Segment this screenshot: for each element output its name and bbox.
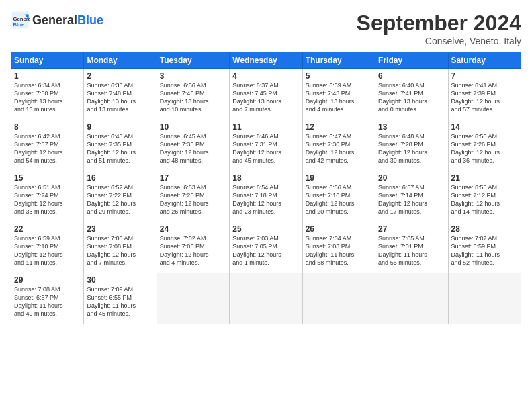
col-thursday: Thursday bbox=[302, 52, 375, 69]
day-info: Sunrise: 6:48 AM Sunset: 7:28 PM Dayligh… bbox=[378, 132, 445, 165]
day-number: 22 bbox=[14, 224, 81, 234]
day-number: 11 bbox=[232, 122, 299, 132]
table-row: 28Sunrise: 7:07 AM Sunset: 6:59 PM Dayli… bbox=[448, 222, 521, 273]
day-number: 3 bbox=[160, 71, 226, 81]
title-block: September 2024 Conselve, Veneto, Italy bbox=[357, 11, 521, 46]
day-number: 25 bbox=[232, 224, 299, 234]
day-info: Sunrise: 6:52 AM Sunset: 7:22 PM Dayligh… bbox=[87, 183, 153, 216]
day-number: 8 bbox=[14, 122, 81, 132]
day-number: 27 bbox=[378, 224, 445, 234]
table-row: 26Sunrise: 7:04 AM Sunset: 7:03 PM Dayli… bbox=[302, 222, 375, 273]
day-info: Sunrise: 6:40 AM Sunset: 7:41 PM Dayligh… bbox=[378, 81, 445, 114]
day-number: 15 bbox=[14, 173, 81, 183]
day-number: 14 bbox=[451, 122, 518, 132]
day-number: 21 bbox=[451, 173, 518, 183]
table-row bbox=[157, 273, 229, 324]
table-row: 30Sunrise: 7:09 AM Sunset: 6:55 PM Dayli… bbox=[84, 273, 157, 324]
col-sunday: Sunday bbox=[11, 52, 84, 69]
day-number: 26 bbox=[306, 224, 372, 234]
calendar-week-row: 1Sunrise: 6:34 AM Sunset: 7:50 PM Daylig… bbox=[11, 69, 521, 120]
table-row bbox=[302, 273, 375, 324]
table-row: 15Sunrise: 6:51 AM Sunset: 7:24 PM Dayli… bbox=[11, 171, 84, 222]
day-info: Sunrise: 7:03 AM Sunset: 7:05 PM Dayligh… bbox=[232, 234, 299, 267]
logo: General Blue General Blue bbox=[11, 11, 103, 30]
day-number: 13 bbox=[378, 122, 445, 132]
header: General Blue General Blue September 2024… bbox=[11, 11, 521, 46]
calendar-header: Sunday Monday Tuesday Wednesday Thursday… bbox=[11, 52, 521, 69]
table-row: 23Sunrise: 7:00 AM Sunset: 7:08 PM Dayli… bbox=[84, 222, 157, 273]
col-saturday: Saturday bbox=[448, 52, 521, 69]
logo-icon: General Blue bbox=[11, 11, 30, 30]
calendar-week-row: 29Sunrise: 7:08 AM Sunset: 6:57 PM Dayli… bbox=[11, 273, 521, 324]
day-info: Sunrise: 7:02 AM Sunset: 7:06 PM Dayligh… bbox=[160, 234, 226, 267]
day-number: 30 bbox=[87, 275, 153, 285]
day-info: Sunrise: 6:37 AM Sunset: 7:45 PM Dayligh… bbox=[232, 81, 299, 114]
table-row: 4Sunrise: 6:37 AM Sunset: 7:45 PM Daylig… bbox=[230, 69, 302, 120]
day-info: Sunrise: 6:43 AM Sunset: 7:35 PM Dayligh… bbox=[87, 132, 153, 165]
table-row: 20Sunrise: 6:57 AM Sunset: 7:14 PM Dayli… bbox=[375, 171, 448, 222]
weekday-header-row: Sunday Monday Tuesday Wednesday Thursday… bbox=[11, 52, 521, 69]
col-friday: Friday bbox=[375, 52, 448, 69]
page: General Blue General Blue September 2024… bbox=[0, 0, 532, 411]
day-number: 17 bbox=[160, 173, 226, 183]
day-info: Sunrise: 6:47 AM Sunset: 7:30 PM Dayligh… bbox=[306, 132, 372, 165]
table-row: 8Sunrise: 6:42 AM Sunset: 7:37 PM Daylig… bbox=[11, 120, 84, 171]
day-info: Sunrise: 6:36 AM Sunset: 7:46 PM Dayligh… bbox=[160, 81, 226, 114]
day-info: Sunrise: 7:09 AM Sunset: 6:55 PM Dayligh… bbox=[87, 285, 153, 318]
day-number: 10 bbox=[160, 122, 226, 132]
calendar-week-row: 8Sunrise: 6:42 AM Sunset: 7:37 PM Daylig… bbox=[11, 120, 521, 171]
day-info: Sunrise: 7:04 AM Sunset: 7:03 PM Dayligh… bbox=[306, 234, 372, 267]
day-info: Sunrise: 6:58 AM Sunset: 7:12 PM Dayligh… bbox=[451, 183, 518, 216]
day-number: 12 bbox=[306, 122, 372, 132]
day-info: Sunrise: 6:51 AM Sunset: 7:24 PM Dayligh… bbox=[14, 183, 81, 216]
day-info: Sunrise: 7:00 AM Sunset: 7:08 PM Dayligh… bbox=[87, 234, 153, 267]
svg-text:Blue: Blue bbox=[13, 21, 25, 28]
table-row: 6Sunrise: 6:40 AM Sunset: 7:41 PM Daylig… bbox=[375, 69, 448, 120]
day-info: Sunrise: 6:46 AM Sunset: 7:31 PM Dayligh… bbox=[232, 132, 299, 165]
day-number: 4 bbox=[232, 71, 299, 81]
table-row: 25Sunrise: 7:03 AM Sunset: 7:05 PM Dayli… bbox=[230, 222, 302, 273]
col-monday: Monday bbox=[84, 52, 157, 69]
day-info: Sunrise: 6:53 AM Sunset: 7:20 PM Dayligh… bbox=[160, 183, 226, 216]
location-subtitle: Conselve, Veneto, Italy bbox=[357, 36, 521, 46]
calendar-week-row: 15Sunrise: 6:51 AM Sunset: 7:24 PM Dayli… bbox=[11, 171, 521, 222]
logo-general-text: General bbox=[32, 13, 77, 28]
table-row: 14Sunrise: 6:50 AM Sunset: 7:26 PM Dayli… bbox=[448, 120, 521, 171]
day-info: Sunrise: 6:57 AM Sunset: 7:14 PM Dayligh… bbox=[378, 183, 445, 216]
day-info: Sunrise: 6:54 AM Sunset: 7:18 PM Dayligh… bbox=[232, 183, 299, 216]
table-row: 10Sunrise: 6:45 AM Sunset: 7:33 PM Dayli… bbox=[157, 120, 229, 171]
table-row: 5Sunrise: 6:39 AM Sunset: 7:43 PM Daylig… bbox=[302, 69, 375, 120]
table-row: 7Sunrise: 6:41 AM Sunset: 7:39 PM Daylig… bbox=[448, 69, 521, 120]
day-number: 16 bbox=[87, 173, 153, 183]
table-row: 24Sunrise: 7:02 AM Sunset: 7:06 PM Dayli… bbox=[157, 222, 229, 273]
day-number: 7 bbox=[451, 71, 518, 81]
day-number: 29 bbox=[14, 275, 81, 285]
day-info: Sunrise: 7:05 AM Sunset: 7:01 PM Dayligh… bbox=[378, 234, 445, 267]
day-info: Sunrise: 6:59 AM Sunset: 7:10 PM Dayligh… bbox=[14, 234, 81, 267]
table-row: 16Sunrise: 6:52 AM Sunset: 7:22 PM Dayli… bbox=[84, 171, 157, 222]
day-info: Sunrise: 6:56 AM Sunset: 7:16 PM Dayligh… bbox=[306, 183, 372, 216]
calendar-week-row: 22Sunrise: 6:59 AM Sunset: 7:10 PM Dayli… bbox=[11, 222, 521, 273]
col-tuesday: Tuesday bbox=[157, 52, 229, 69]
day-info: Sunrise: 6:39 AM Sunset: 7:43 PM Dayligh… bbox=[306, 81, 372, 114]
table-row: 13Sunrise: 6:48 AM Sunset: 7:28 PM Dayli… bbox=[375, 120, 448, 171]
calendar-table: Sunday Monday Tuesday Wednesday Thursday… bbox=[11, 52, 521, 324]
table-row: 19Sunrise: 6:56 AM Sunset: 7:16 PM Dayli… bbox=[302, 171, 375, 222]
table-row: 3Sunrise: 6:36 AM Sunset: 7:46 PM Daylig… bbox=[157, 69, 229, 120]
calendar-body: 1Sunrise: 6:34 AM Sunset: 7:50 PM Daylig… bbox=[11, 69, 521, 324]
table-row: 18Sunrise: 6:54 AM Sunset: 7:18 PM Dayli… bbox=[230, 171, 302, 222]
day-number: 6 bbox=[378, 71, 445, 81]
table-row bbox=[375, 273, 448, 324]
day-number: 28 bbox=[451, 224, 518, 234]
day-number: 24 bbox=[160, 224, 226, 234]
table-row: 11Sunrise: 6:46 AM Sunset: 7:31 PM Dayli… bbox=[230, 120, 302, 171]
day-number: 5 bbox=[306, 71, 372, 81]
day-info: Sunrise: 6:35 AM Sunset: 7:48 PM Dayligh… bbox=[87, 81, 153, 114]
day-number: 9 bbox=[87, 122, 153, 132]
day-number: 1 bbox=[14, 71, 81, 81]
table-row: 27Sunrise: 7:05 AM Sunset: 7:01 PM Dayli… bbox=[375, 222, 448, 273]
table-row: 1Sunrise: 6:34 AM Sunset: 7:50 PM Daylig… bbox=[11, 69, 84, 120]
day-number: 18 bbox=[232, 173, 299, 183]
table-row: 22Sunrise: 6:59 AM Sunset: 7:10 PM Dayli… bbox=[11, 222, 84, 273]
day-info: Sunrise: 7:08 AM Sunset: 6:57 PM Dayligh… bbox=[14, 285, 81, 318]
